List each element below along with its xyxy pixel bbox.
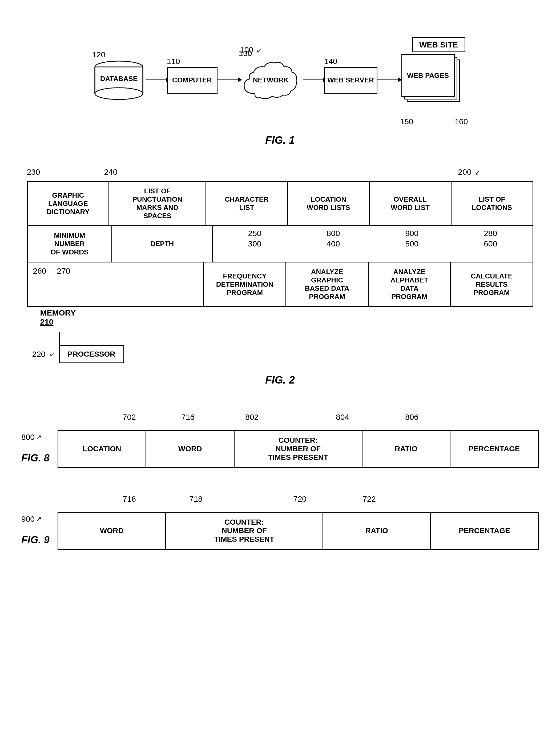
arrow-1 (146, 79, 167, 80)
webserver-box: WEB SERVER (324, 67, 377, 94)
ref-600: 600 (484, 239, 497, 248)
webpage-front: WEB PAGES (401, 54, 455, 97)
ref-802: 802 (245, 413, 259, 422)
cell-analyze-graphic: ANALYZE GRAPHIC BASED DATA PROGRAM (286, 262, 369, 306)
computer-box: COMPUTER (167, 67, 217, 94)
ref-250: 250 (248, 229, 261, 238)
cell-list-locations: LIST OF LOCATIONS (452, 182, 533, 225)
fig9-ref-area: 900 ↗ FIG. 9 (21, 515, 50, 546)
ref-806: 806 (405, 413, 418, 422)
processor-row: 220 ↙ PROCESSOR (32, 345, 124, 363)
fig2-caption: FIG. 2 (21, 374, 539, 386)
processor-ref: 220 (32, 350, 46, 359)
ref-280: 280 (484, 229, 497, 238)
fig8-col-word: WORD (146, 431, 235, 467)
memory-bottom-row: 260 270 FREQUENCY DETERMINATION PROGRAM … (28, 262, 533, 306)
program-refs-row1: 250 800 900 280 (215, 229, 530, 238)
memory-top-row: GRAPHIC LANGUAGE DICTIONARY LIST OF PUNC… (28, 182, 533, 226)
computer-ref: 110 (167, 57, 180, 66)
ref-230: 230 (27, 167, 40, 176)
ref-718: 718 (189, 495, 203, 504)
network-element: 130 NETWORK (239, 49, 303, 102)
fig9-col-word: WORD (58, 513, 166, 549)
fig9-ref: 900 ↗ (21, 515, 42, 524)
fig2-section: 200 ↙ 230 240 GRAPHIC LANGUAGE DICTIONAR… (21, 167, 539, 386)
ref-400: 400 (327, 239, 340, 248)
fig8-section: 702 716 802 804 806 800 ↗ FIG. 8 LOCATIO… (21, 413, 539, 468)
database-shape: DATABASE (92, 60, 146, 100)
fig1-section: 100 ↙ 120 DATABASE (21, 37, 539, 146)
fig9-table: WORD COUNTER: NUMBER OF TIMES PRESENT RA… (58, 512, 539, 550)
ref-260: 260 (33, 266, 46, 275)
ref-270: 270 (57, 266, 70, 275)
fig1-elements: 120 DATABASE 110 (21, 37, 539, 113)
webserver-element: 140 WEB SERVER (324, 57, 377, 94)
svg-point-2 (95, 88, 143, 99)
fig1-caption: FIG. 1 (21, 134, 539, 146)
memory-mid-row: MINIMUM NUMBER OF WORDS DEPTH 250 800 90… (28, 226, 533, 262)
processor-box: PROCESSOR (59, 345, 124, 363)
cell-calc-results: CALCULATE RESULTS PROGRAM (451, 262, 533, 306)
svg-text:DATABASE: DATABASE (100, 75, 138, 83)
cell-min-words: MINIMUM NUMBER OF WORDS (28, 226, 112, 262)
fig8-col-ratio: RATIO (362, 431, 451, 467)
cloud-shape: NETWORK (239, 59, 303, 102)
cell-char-list: CHARACTER LIST (206, 182, 288, 225)
memory-left-bottom: 260 270 (28, 262, 204, 306)
fig8-table: LOCATION WORD COUNTER: NUMBER OF TIMES P… (58, 430, 539, 468)
fig9-col-percentage: PERCENTAGE (431, 513, 538, 549)
ref-720: 720 (293, 495, 307, 504)
mid-right-area: 250 800 900 280 300 400 500 600 (213, 226, 532, 262)
arrow-3 (303, 79, 324, 80)
cell-freq-prog: FREQUENCY DETERMINATION PROGRAM (204, 262, 286, 306)
bottom-refs: 260 270 (33, 266, 201, 275)
cell-overall-word: OVERALL WORD LIST (370, 182, 452, 225)
ref-300: 300 (248, 239, 261, 248)
fig2-top-refs: 230 240 (27, 167, 533, 181)
page: 100 ↙ 120 DATABASE (0, 0, 560, 587)
website-label: WEB SITE (412, 37, 465, 52)
fig8-ref-area: 800 ↗ FIG. 8 (21, 433, 50, 464)
memory-ref: 210 (40, 317, 54, 326)
webserver-ref: 140 (324, 57, 337, 66)
ref-240: 240 (104, 167, 118, 176)
website-element: WEB SITE WEB PAGES 150 160 (399, 37, 468, 113)
program-refs-row2: 300 400 500 600 (215, 239, 530, 248)
memory-label: MEMORY 210 (40, 308, 76, 326)
cell-depth: DEPTH (112, 226, 213, 262)
fig8-col-counter: COUNTER: NUMBER OF TIMES PRESENT (235, 431, 362, 467)
svg-text:NETWORK: NETWORK (253, 76, 289, 84)
website-ref-150: 150 (400, 117, 413, 126)
database-ref: 120 (92, 50, 106, 59)
webpages-stack: WEB PAGES 150 160 (399, 54, 468, 113)
ref-722: 722 (362, 495, 376, 504)
webpages-ref-160: 160 (454, 117, 468, 126)
ref-804: 804 (336, 413, 349, 422)
ref-716-fig9: 716 (123, 495, 136, 504)
fig9-caption: FIG. 9 (21, 534, 50, 546)
network-ref: 130 (239, 49, 252, 58)
ref-800: 800 (327, 229, 340, 238)
database-element: 120 DATABASE (92, 50, 146, 100)
ref-900: 900 (405, 229, 418, 238)
fig8-col-location: LOCATION (58, 431, 147, 467)
cell-punctuation: LIST OF PUNCTUATION MARKS AND SPACES (109, 182, 206, 225)
cell-location-word: LOCATION WORD LISTS (288, 182, 370, 225)
arrow-2 (217, 79, 239, 80)
cell-graphic-lang: GRAPHIC LANGUAGE DICTIONARY (28, 182, 110, 225)
arrow-4 (377, 79, 399, 80)
ref-500: 500 (405, 239, 418, 248)
processor-line (59, 332, 60, 345)
fig9-row: 900 ↗ FIG. 9 WORD COUNTER: NUMBER OF TIM… (21, 512, 539, 550)
memory-box: GRAPHIC LANGUAGE DICTIONARY LIST OF PUNC… (27, 181, 533, 307)
memory-label-area: MEMORY 210 (27, 308, 533, 326)
fig9-col-counter: COUNTER: NUMBER OF TIMES PRESENT (166, 513, 323, 549)
fig8-col-percentage: PERCENTAGE (450, 431, 538, 467)
fig8-ref: 800 ↗ (21, 433, 42, 442)
fig9-section: 716 718 720 722 900 ↗ FIG. 9 WORD COUNTE… (21, 495, 539, 550)
cell-analyze-alpha: ANALYZE ALPHABET DATA PROGRAM (369, 262, 451, 306)
computer-element: 110 COMPUTER (167, 57, 217, 94)
ref-716: 716 (181, 413, 195, 422)
fig8-row: 800 ↗ FIG. 8 LOCATION WORD COUNTER: NUMB… (21, 430, 539, 468)
processor-area: 220 ↙ PROCESSOR (27, 332, 533, 363)
